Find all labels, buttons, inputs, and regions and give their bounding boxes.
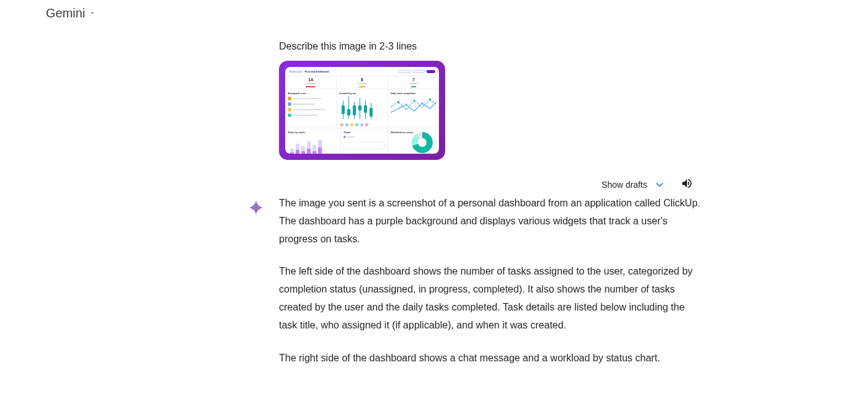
read-aloud-button[interactable]	[681, 177, 693, 192]
show-drafts-label: Show drafts	[601, 180, 647, 190]
svg-point-3	[405, 103, 407, 105]
svg-point-1	[414, 100, 415, 102]
response-paragraph: The left side of the dashboard shows the…	[279, 263, 706, 334]
primary-button-mini	[427, 70, 435, 73]
donut-chart-icon	[412, 132, 433, 153]
speaker-icon	[681, 177, 693, 190]
chevron-down-icon	[653, 178, 666, 191]
gemini-spark-icon	[247, 198, 265, 217]
add-button-mini	[398, 70, 410, 73]
stats-row: 14unassigned 8in progress 7completed	[285, 76, 439, 89]
caret-down-icon	[89, 8, 96, 19]
uploaded-image-thumbnail[interactable]: Dashboards Personal Dashboard 14unassign…	[279, 61, 445, 160]
customize-button-mini	[412, 70, 425, 73]
response-paragraph: The right side of the dashboard shows a …	[279, 350, 706, 367]
svg-point-0	[397, 101, 399, 103]
model-selector[interactable]: Gemini	[46, 6, 96, 20]
assistant-response: The image you sent is a screenshot of a …	[279, 195, 706, 367]
svg-point-4	[421, 102, 423, 104]
brand-label: Gemini	[46, 6, 85, 20]
breadcrumb: Dashboards	[289, 70, 303, 73]
response-paragraph: The image you sent is a screenshot of a …	[279, 195, 706, 248]
dashboard-preview: Dashboards Personal Dashboard 14unassign…	[285, 67, 439, 154]
show-drafts-button[interactable]: Show drafts	[601, 178, 666, 191]
user-prompt: Describe this image in 2-3 lines	[279, 41, 707, 52]
svg-point-2	[429, 99, 431, 100]
line-chart-icon	[391, 95, 436, 121]
dashboard-title: Personal Dashboard	[305, 70, 329, 73]
